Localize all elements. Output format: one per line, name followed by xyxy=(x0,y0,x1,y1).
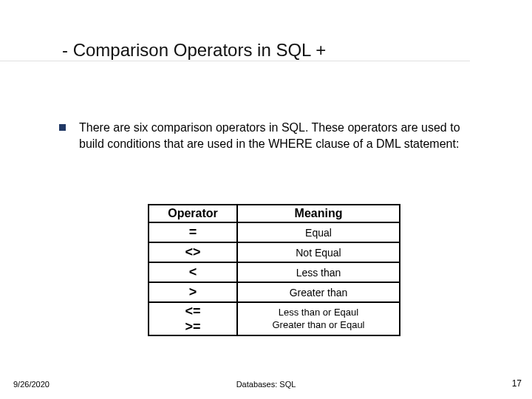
cell-meaning: Less than xyxy=(237,262,400,282)
footer-center: Databases: SQL xyxy=(0,380,532,389)
square-bullet-icon xyxy=(59,124,66,131)
body-block: There are six comparison operators in SQ… xyxy=(59,120,488,151)
table-row: = Equal xyxy=(149,222,400,242)
footer-page-number: 17 xyxy=(512,378,522,389)
cell-operator: <> xyxy=(149,242,237,262)
table-row: > Greater than xyxy=(149,282,400,302)
table-header-row: Operator Meaning xyxy=(149,205,400,222)
header-operator: Operator xyxy=(149,205,237,222)
slide-title: - Comparison Operators in SQL + xyxy=(62,40,326,61)
title-underline xyxy=(0,61,470,62)
cell-meaning: Not Equal xyxy=(237,242,400,262)
title-block: - Comparison Operators in SQL + xyxy=(62,40,326,61)
bullet-item: There are six comparison operators in SQ… xyxy=(59,120,488,151)
cell-operator-double: <= >= xyxy=(149,302,237,335)
op-line-2: >= xyxy=(154,319,232,335)
op-line-1: <= xyxy=(154,304,232,319)
cell-meaning-double: Less than or Eqaul Greater than or Eqaul xyxy=(237,302,400,335)
slide: - Comparison Operators in SQL + There ar… xyxy=(0,0,532,399)
table-row: <> Not Equal xyxy=(149,242,400,262)
header-meaning: Meaning xyxy=(237,205,400,222)
mn-line-2: Greater than or Eqaul xyxy=(242,319,395,332)
bullet-text: There are six comparison operators in SQ… xyxy=(79,120,488,151)
operators-table: Operator Meaning = Equal <> Not Equal < … xyxy=(148,204,400,336)
cell-operator: > xyxy=(149,282,237,302)
cell-meaning: Greater than xyxy=(237,282,400,302)
cell-operator: = xyxy=(149,222,237,242)
cell-operator: < xyxy=(149,262,237,282)
table-row-double: <= >= Less than or Eqaul Greater than or… xyxy=(149,302,400,335)
mn-line-1: Less than or Eqaul xyxy=(242,307,395,319)
cell-meaning: Equal xyxy=(237,222,400,242)
table-row: < Less than xyxy=(149,262,400,282)
